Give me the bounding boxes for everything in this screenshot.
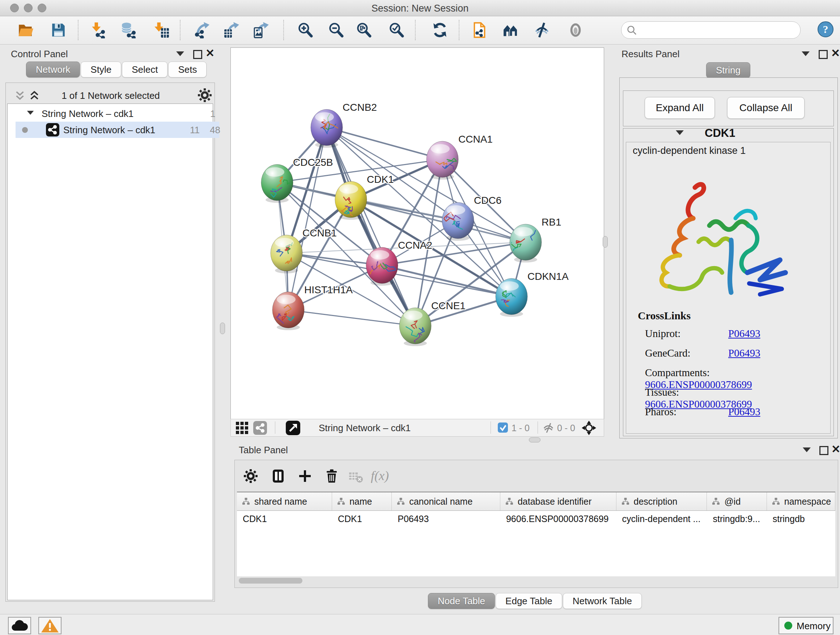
table-options-gear-icon[interactable] <box>243 468 259 484</box>
network-options-gear-icon[interactable] <box>197 87 213 103</box>
expand-all-button[interactable]: Expand All <box>645 97 715 119</box>
cell-database-identifier[interactable]: 9606.ENSP00000378699 <box>500 511 616 527</box>
import-network-from-database-icon[interactable] <box>120 22 137 38</box>
zoom-fit-icon[interactable] <box>355 22 372 38</box>
results-panel-menu-icon[interactable] <box>802 51 810 56</box>
hide-graphics-details-icon[interactable] <box>534 22 550 38</box>
column-header-description[interactable]: description <box>616 492 707 510</box>
graph-node-CDKN1A[interactable]: CDKN1A <box>496 271 569 317</box>
zoom-in-icon[interactable] <box>297 22 314 38</box>
table-row[interactable]: CDK1CDK1P064939606.ENSP00000378699cyclin… <box>237 511 835 527</box>
table-panel-float-icon[interactable] <box>819 446 829 455</box>
crosslink-link[interactable]: P06493 <box>728 347 760 359</box>
network-annotations-icon[interactable] <box>471 22 488 38</box>
delete-column-trash-icon[interactable] <box>324 468 340 484</box>
control-panel-menu-icon[interactable] <box>176 51 184 56</box>
tab-style[interactable]: Style <box>81 62 121 78</box>
network-view-type-icon[interactable] <box>253 421 267 435</box>
collection-expand-icon[interactable] <box>27 111 34 115</box>
cell-name[interactable]: CDK1 <box>332 511 392 527</box>
network-row[interactable]: String Network – cdk1 11 48 <box>16 122 219 138</box>
graph-edge[interactable] <box>288 310 415 326</box>
import-table-from-file-icon[interactable] <box>153 22 170 38</box>
tab-select[interactable]: Select <box>122 62 167 78</box>
apply-preferred-layout-icon[interactable] <box>431 22 448 38</box>
graph-node-CCNA1[interactable]: CCNA1 <box>426 134 493 180</box>
show-columns-icon[interactable] <box>270 468 286 484</box>
table-panel-title: Table Panel <box>239 445 288 456</box>
results-panel-float-icon[interactable] <box>819 50 828 59</box>
column-header-database-identifier[interactable]: database identifier <box>500 492 616 510</box>
cell-canonical-name[interactable]: P06493 <box>392 511 500 527</box>
graph-edge[interactable] <box>382 265 512 296</box>
memory-button[interactable]: Memory <box>778 617 834 634</box>
table-panel-menu-icon[interactable] <box>803 448 811 452</box>
column-header--id[interactable]: @id <box>707 492 767 510</box>
graph-node-label: RB1 <box>542 217 561 228</box>
fit-content-crosshair-icon[interactable] <box>581 420 597 436</box>
tab-network[interactable]: Network <box>26 62 80 78</box>
network-status-dot <box>22 127 28 133</box>
gene-collapse-icon[interactable] <box>676 130 684 135</box>
control-panel-float-icon[interactable] <box>193 50 202 59</box>
graph-node-CCNE1[interactable]: CCNE1 <box>399 300 466 346</box>
tab-node-table[interactable]: Node Table <box>428 593 495 609</box>
control-panel-close-icon[interactable]: ✕ <box>205 49 215 58</box>
cell-shared-name[interactable]: CDK1 <box>237 511 332 527</box>
export-network-icon[interactable] <box>194 22 210 38</box>
selected-checkbox-icon[interactable] <box>498 423 508 432</box>
expand-all-networks-icon[interactable] <box>28 89 41 102</box>
warning-status-button[interactable] <box>38 617 62 634</box>
birds-eye-view-icon[interactable] <box>236 422 248 434</box>
tab-edge-table[interactable]: Edge Table <box>496 593 562 609</box>
import-network-from-file-icon[interactable] <box>90 22 106 38</box>
column-header-canonical-name[interactable]: canonical name <box>392 492 500 510</box>
network-collection-row[interactable]: String Network – cdk1 1 <box>16 105 219 122</box>
tab-string[interactable]: String <box>706 62 750 78</box>
cell-namespace[interactable]: stringdb <box>767 511 835 527</box>
crosslink-link[interactable]: P06493 <box>728 328 760 339</box>
cloud-status-button[interactable] <box>8 617 31 634</box>
graph-edge[interactable] <box>288 127 327 310</box>
splitter-handle[interactable] <box>603 236 608 248</box>
search-field[interactable] <box>621 21 801 39</box>
export-image-icon[interactable] <box>253 22 270 38</box>
save-session-icon[interactable] <box>50 22 66 38</box>
cell-description[interactable]: cyclin-dependent ... <box>616 511 707 527</box>
zoom-selected-icon[interactable] <box>388 22 405 38</box>
table-body: CDK1CDK1P064939606.ENSP00000378699cyclin… <box>237 511 835 527</box>
column-header-name[interactable]: name <box>332 492 392 510</box>
column-header-shared-name[interactable]: shared name <box>237 492 332 510</box>
detach-view-icon[interactable] <box>286 421 300 435</box>
splitter-handle[interactable] <box>529 437 540 442</box>
cell--id[interactable]: stringdb:9... <box>707 511 767 527</box>
graph-node-HIST1H1A[interactable]: HIST1H1A <box>272 284 353 330</box>
hidden-counts: 0 - 0 <box>557 423 575 433</box>
search-icon <box>626 24 638 36</box>
window-title: Session: New Session <box>0 3 840 14</box>
help-icon[interactable]: ? <box>817 21 834 38</box>
network-canvas[interactable]: CCNB2CCNA1CDC25BCDK1CDC6RB1CCNB1CCNA2CDK… <box>231 48 604 419</box>
search-networks-icon[interactable] <box>503 22 519 38</box>
graph-node-CCNB1[interactable]: CCNB1 <box>271 227 337 273</box>
column-header-namespace[interactable]: namespace <box>767 492 835 510</box>
results-panel-close-icon[interactable]: ✕ <box>831 49 840 58</box>
graph-edge[interactable] <box>327 127 415 326</box>
graph-node-RB1[interactable]: RB1 <box>507 217 561 263</box>
export-table-icon[interactable] <box>224 22 240 38</box>
add-column-icon[interactable] <box>297 468 313 484</box>
search-input[interactable] <box>640 23 794 37</box>
collapse-all-button[interactable]: Collapse All <box>727 97 805 119</box>
open-file-icon[interactable] <box>17 22 34 38</box>
table-panel-close-icon[interactable]: ✕ <box>831 445 840 454</box>
collapse-all-networks-icon[interactable] <box>14 89 26 102</box>
graph-node-CCNB2[interactable]: CCNB2 <box>311 102 377 148</box>
tab-network-table[interactable]: Network Table <box>563 593 642 609</box>
tab-sets[interactable]: Sets <box>168 62 207 78</box>
graphics-details-icon[interactable] <box>567 22 584 38</box>
results-panel-title: Results Panel <box>622 49 679 60</box>
crosslink-link[interactable]: P06493 <box>728 406 760 417</box>
splitter-handle[interactable] <box>220 323 225 334</box>
zoom-out-icon[interactable] <box>328 22 344 38</box>
horizontal-scrollbar[interactable] <box>239 578 302 584</box>
